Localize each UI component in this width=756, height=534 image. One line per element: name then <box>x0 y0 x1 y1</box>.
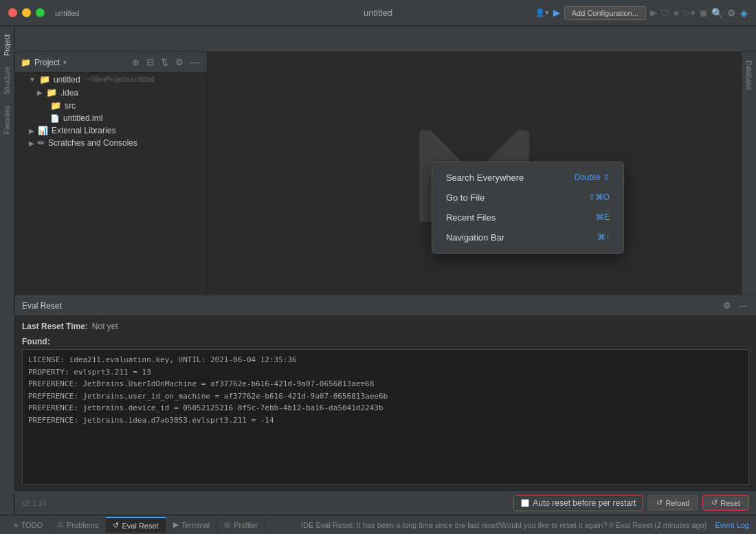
debug-icon[interactable]: ⬡ <box>661 8 669 18</box>
auto-reset-checkbox[interactable] <box>521 499 529 507</box>
todo-icon: ≡ <box>14 521 18 529</box>
popup-item-nav[interactable]: Navigation Bar ⌘↑ <box>432 227 623 247</box>
search-icon[interactable]: 🔍 <box>711 8 723 19</box>
tree-item-untitled[interactable]: ▼ 📁 untitled ~/IdeaProjects/untitled <box>15 73 207 86</box>
last-reset-label: Last Reset Time: <box>22 322 88 331</box>
bottom-panel-actions: ⚙ — <box>721 300 749 311</box>
popup-item-search[interactable]: Search Everywhere Double ⇧ <box>432 168 623 188</box>
sort-button[interactable]: ⇅ <box>159 56 170 68</box>
status-tab-todo[interactable]: ≡ TODO <box>7 518 50 532</box>
panel-minimize-button[interactable]: — <box>736 300 749 311</box>
folder-icon: 📁 <box>21 58 31 67</box>
untitled-folder-icon: 📁 <box>39 74 50 85</box>
coverage-icon[interactable]: ◈ <box>673 8 680 18</box>
eval-icon: ↺ <box>113 521 119 530</box>
auto-reset-checkbox-row[interactable]: Auto reset before per restart <box>513 495 643 511</box>
toolbar-right: 👤▾ ▶ Add Configuration... ▶ ⬡ ◈ ▷▾ ◼ 🔍 ⚙… <box>535 6 748 20</box>
sidebar-title-text: Project <box>34 58 60 67</box>
minimize-panel-button[interactable]: — <box>188 56 201 68</box>
log-line-3: PREFERENCE: jetbrains.user_id_on_machine… <box>28 390 743 403</box>
project-name-label: untitled <box>55 9 79 17</box>
toolbar <box>15 26 756 52</box>
close-button[interactable] <box>8 8 17 17</box>
status-tab-profiler[interactable]: ◎ Profiler <box>217 518 265 532</box>
reset-icon: ↺ <box>711 498 718 507</box>
avatar-icon[interactable]: 👤▾ <box>535 8 549 17</box>
left-tab-structure[interactable]: Structure <box>2 61 12 100</box>
status-tab-eval[interactable]: ↺ Eval Reset <box>106 517 166 533</box>
more-run-icon[interactable]: ▷▾ <box>684 8 696 18</box>
right-tab-database[interactable]: Database <box>744 55 754 96</box>
minimize-button[interactable] <box>22 8 31 17</box>
tree-item-external[interactable]: ▶ 📊 External Libraries <box>15 124 207 137</box>
nav-bar-label: Navigation Bar <box>446 232 504 243</box>
add-configuration-button[interactable]: Add Configuration... <box>564 6 646 20</box>
last-reset-row: Last Reset Time: Not yet <box>22 322 749 331</box>
idea-folder-icon: 📁 <box>46 87 57 98</box>
event-log-label[interactable]: Event Log <box>715 521 749 529</box>
title-bar: untitled untitled 👤▾ ▶ Add Configuration… <box>0 0 756 26</box>
scratches-label: Scratches and Consoles <box>48 138 137 148</box>
last-reset-value: Not yet <box>92 322 118 331</box>
run-green-icon[interactable]: ▶ <box>650 8 657 18</box>
panel-settings-button[interactable]: ⚙ <box>721 300 733 311</box>
sidebar-header: 📁 Project ▾ ⊕ ⊟ ⇅ ⚙ — <box>15 52 207 73</box>
content-body: 📁 Project ▾ ⊕ ⊟ ⇅ ⚙ — ▼ 📁 <box>15 52 756 295</box>
dropdown-icon[interactable]: ▾ <box>63 58 67 66</box>
log-line-0: LICENSE: idea211.evaluation.key, UNTIL: … <box>28 354 743 366</box>
settings-icon[interactable]: ⚙ <box>727 8 736 19</box>
popup-menu: Search Everywhere Double ⇧ Go to File ⇧⌘… <box>432 162 624 254</box>
logo-icon: ◈ <box>740 8 748 19</box>
collapse-all-button[interactable]: ⊟ <box>144 56 156 68</box>
locate-button[interactable]: ⊕ <box>130 56 142 68</box>
log-line-1: PROPERTY: evlsprt3.211 = 13 <box>28 366 743 379</box>
popup-item-recent[interactable]: Recent Files ⌘E <box>432 208 623 227</box>
problems-label: Problems <box>67 521 98 529</box>
auto-reset-label: Auto reset before per restart <box>533 498 636 508</box>
stop-icon[interactable]: ◼ <box>700 8 707 18</box>
problems-icon: ⚠ <box>57 520 64 529</box>
tree-item-src[interactable]: 📁 src <box>15 99 207 112</box>
status-tab-problems[interactable]: ⚠ Problems <box>50 518 106 532</box>
left-tab-favorites[interactable]: Favorites <box>2 100 12 140</box>
log-area[interactable]: LICENSE: idea211.evaluation.key, UNTIL: … <box>22 349 749 485</box>
action-buttons: Auto reset before per restart ↺ Reload ↺… <box>513 495 749 511</box>
tree-item-idea[interactable]: ▶ 📁 .idea <box>15 86 207 99</box>
sidebar-title-label: 📁 Project ▾ <box>21 58 67 67</box>
iml-file-icon: 📄 <box>50 114 60 123</box>
maximize-button[interactable] <box>36 8 45 17</box>
reset-button[interactable]: ↺ Reset <box>702 495 749 511</box>
expand-arrow-ext: ▶ <box>29 127 34 135</box>
run-icon[interactable]: ▶ <box>553 8 560 18</box>
path-hint: ~/IdeaProjects/untitled <box>87 76 155 83</box>
search-everywhere-label: Search Everywhere <box>446 173 524 183</box>
terminal-label: Terminal <box>181 521 210 529</box>
reload-button[interactable]: ↺ Reload <box>647 495 698 511</box>
status-tabs: ≡ TODO ⚠ Problems ↺ Eval Reset ▶ Termina… <box>7 517 265 533</box>
settings-button[interactable]: ⚙ <box>173 56 186 68</box>
expand-arrow: ▼ <box>29 76 36 83</box>
tree-item-scratches[interactable]: ▶ ✏ Scratches and Consoles <box>15 137 207 149</box>
editor-area: Search Everywhere Double ⇧ Go to File ⇧⌘… <box>208 52 741 295</box>
traffic-lights[interactable]: untitled <box>8 8 79 17</box>
terminal-icon: ▶ <box>173 520 179 529</box>
left-tabs: Project Structure Favorites <box>0 26 15 515</box>
log-line-2: PREFERENCE: JetBrains.UserIdOnMachine = … <box>28 378 743 390</box>
tree-item-label: untitled <box>54 75 80 85</box>
tree-item-iml[interactable]: 📄 untitled.iml <box>15 112 207 124</box>
profiler-icon: ◎ <box>224 520 231 529</box>
found-label: Found: <box>22 337 749 346</box>
status-tab-terminal[interactable]: ▶ Terminal <box>166 518 218 532</box>
status-bar: ≡ TODO ⚠ Problems ↺ Eval Reset ▶ Termina… <box>0 515 756 534</box>
left-tab-project[interactable]: Project <box>2 29 12 61</box>
src-folder-icon: 📁 <box>50 100 61 111</box>
status-right: IDE Eval Reset: It has been a long time … <box>301 521 749 529</box>
profiler-label: Profiler <box>234 521 258 529</box>
content-area: 📁 Project ▾ ⊕ ⊟ ⇅ ⚙ — ▼ 📁 <box>15 26 756 515</box>
todo-label: TODO <box>21 521 43 529</box>
popup-item-goto[interactable]: Go to File ⇧⌘O <box>432 188 623 208</box>
log-line-4: PREFERENCE: jetbrains.device_id = 050521… <box>28 402 743 414</box>
expand-arrow-scratches: ▶ <box>29 140 34 147</box>
reset-label: Reset <box>720 499 740 507</box>
sidebar: 📁 Project ▾ ⊕ ⊟ ⇅ ⚙ — ▼ 📁 <box>15 52 208 295</box>
